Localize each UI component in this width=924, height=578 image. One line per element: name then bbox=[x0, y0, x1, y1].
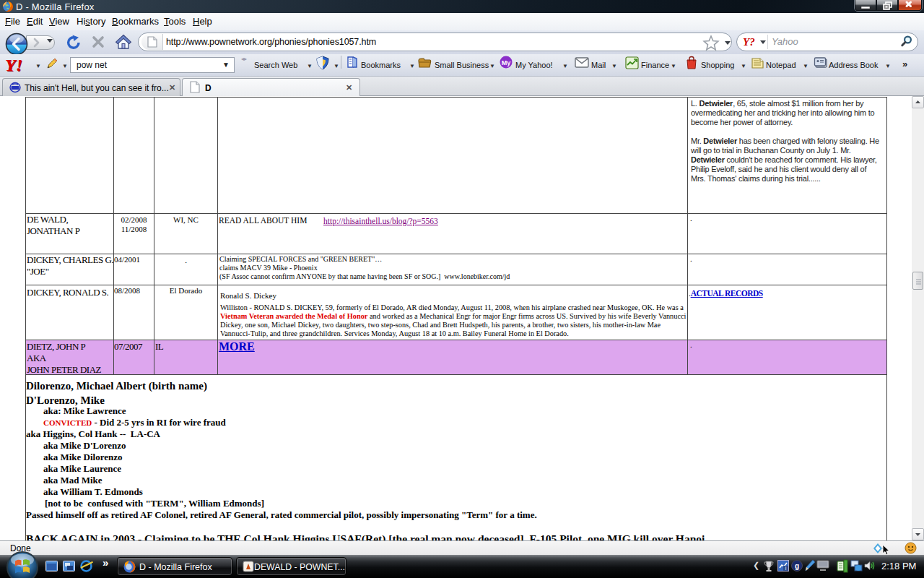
svg-text:g: g bbox=[795, 562, 799, 570]
svg-text:My: My bbox=[502, 59, 511, 66]
